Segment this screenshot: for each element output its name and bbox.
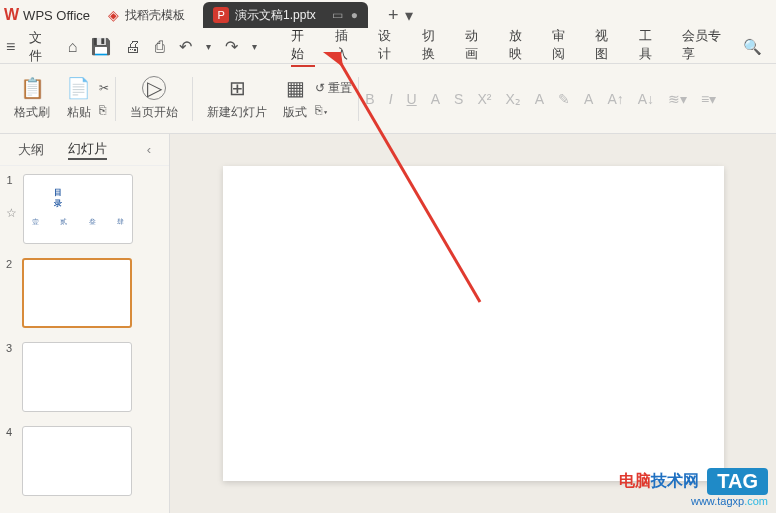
tab-template-label: 找稻壳模板: [125, 7, 185, 24]
toolbar-separator: [115, 77, 116, 121]
toolbar-separator: [192, 77, 193, 121]
paste-icon: 📄: [66, 76, 91, 100]
watermark-text-blue: 技术网: [651, 472, 699, 489]
watermark: 电脑技术网 TAG www.tagxp.com: [619, 468, 768, 507]
watermark-url-ext: .com: [744, 495, 768, 507]
list-button[interactable]: ≡▾: [701, 91, 716, 107]
layout-icon: ▦: [286, 76, 305, 100]
slides-tab[interactable]: 幻灯片: [68, 140, 107, 160]
redo-icon[interactable]: ↷: [225, 37, 238, 56]
paste-label: 粘贴: [67, 104, 91, 121]
thumb-subtitles: 壹 贰 叁 肆: [32, 217, 124, 227]
slide-canvas-area: [170, 134, 776, 513]
increase-font-button[interactable]: A↑: [607, 91, 623, 107]
print-preview-icon[interactable]: ⎙: [155, 38, 165, 56]
ribbon-tab-member[interactable]: 会员专享: [682, 27, 729, 67]
add-tab-button[interactable]: +: [388, 5, 399, 26]
undo-icon[interactable]: ↶: [179, 37, 192, 56]
play-from-current-button[interactable]: ▷ 当页开始: [122, 76, 186, 121]
save-icon[interactable]: 💾: [91, 37, 111, 56]
subscript-button[interactable]: X₂: [505, 91, 520, 107]
thumbnails-list: 1 ☆ 目 录 壹 贰 叁 肆 2 3: [0, 166, 169, 513]
tab-dot-icon[interactable]: ●: [351, 8, 358, 22]
reset-button[interactable]: ↺ 重置: [315, 80, 352, 97]
ribbon-tab-transition[interactable]: 切换: [422, 27, 445, 67]
search-icon[interactable]: 🔍: [743, 38, 762, 56]
ribbon-tab-start[interactable]: 开始: [291, 27, 314, 67]
thumbnail-row[interactable]: 1 ☆ 目 录 壹 贰 叁 肆: [6, 174, 163, 244]
layout-label: 版式: [283, 104, 307, 121]
tab-document-label: 演示文稿1.pptx: [235, 7, 316, 24]
decrease-font-button[interactable]: A↓: [638, 91, 654, 107]
redo-dropdown-icon[interactable]: ▾: [252, 41, 257, 52]
slide-panel: 大纲 幻灯片 ‹ 1 ☆ 目 录 壹 贰 叁 肆: [0, 134, 170, 513]
new-slide-icon: ⊞: [229, 76, 246, 100]
tab-template[interactable]: ◈ 找稻壳模板: [98, 2, 195, 28]
toolbar: 📋 格式刷 📄 粘贴 ✂ ⎘ ▷ 当页开始 ⊞ 新建幻灯片 ▦ 版式 ↺ 重置 …: [0, 64, 776, 134]
outline-tab[interactable]: 大纲: [18, 141, 44, 159]
slide-number: 3: [6, 342, 16, 354]
ribbon-tabs: 开始 插入 设计 切换 动画 放映 审阅 视图 工具 会员专享: [291, 27, 729, 67]
file-menu[interactable]: 文件: [29, 29, 53, 65]
watermark-url-main: tagxp: [717, 495, 744, 507]
copy-button[interactable]: ⎘: [99, 103, 109, 117]
slide-thumbnail-3[interactable]: [22, 342, 132, 412]
layout-button[interactable]: ▦ 版式: [275, 76, 315, 121]
font-tools-group: B I U A S X² X₂ A ✎ A A↑ A↓ ≋▾ ≡▾: [365, 91, 716, 107]
superscript-button[interactable]: X²: [477, 91, 491, 107]
underline-button[interactable]: U: [407, 91, 417, 107]
ribbon-tab-insert[interactable]: 插入: [335, 27, 358, 67]
undo-dropdown-icon[interactable]: ▾: [206, 41, 211, 52]
paste-button[interactable]: 📄 粘贴: [58, 76, 99, 121]
slide-number: 1: [7, 174, 17, 186]
home-icon[interactable]: ⌂: [68, 38, 78, 56]
ribbon-tab-view[interactable]: 视图: [595, 27, 618, 67]
strike-button[interactable]: A: [431, 91, 440, 107]
watermark-url-prefix: www.: [691, 495, 717, 507]
toolbar-separator: [358, 77, 359, 121]
section-button[interactable]: ⎘▾: [315, 103, 352, 117]
ribbon-tab-animation[interactable]: 动画: [465, 27, 488, 67]
collapse-panel-icon[interactable]: ‹: [147, 142, 151, 157]
strike2-button[interactable]: S: [454, 91, 463, 107]
ribbon-tab-tools[interactable]: 工具: [639, 27, 662, 67]
thumbnail-row[interactable]: 2: [6, 258, 163, 328]
highlight-button[interactable]: ✎: [558, 91, 570, 107]
menu-bar: ≡ 文件 ⌂ 💾 🖨 ⎙ ↶ ▾ ↷ ▾ 开始 插入 设计 切换 动画 放映 审…: [0, 30, 776, 64]
font-color-button[interactable]: A: [535, 91, 544, 107]
thumbnail-row[interactable]: 4: [6, 426, 163, 496]
format-brush-label: 格式刷: [14, 104, 50, 121]
window-mode-icon[interactable]: ▭: [332, 8, 343, 22]
new-slide-button[interactable]: ⊞ 新建幻灯片: [199, 76, 275, 121]
clear-format-button[interactable]: A: [584, 91, 593, 107]
italic-button[interactable]: I: [389, 91, 393, 107]
format-brush-button[interactable]: 📋 格式刷: [6, 76, 58, 121]
title-bar: W WPS Office ◈ 找稻壳模板 P 演示文稿1.pptx ▭ ● + …: [0, 0, 776, 30]
content-area: 大纲 幻灯片 ‹ 1 ☆ 目 录 壹 贰 叁 肆: [0, 134, 776, 513]
thumbnail-row[interactable]: 3: [6, 342, 163, 412]
star-icon[interactable]: ☆: [6, 206, 17, 220]
play-from-current-label: 当页开始: [130, 104, 178, 121]
slide-thumbnail-4[interactable]: [22, 426, 132, 496]
presentation-icon: P: [213, 7, 229, 23]
hamburger-icon[interactable]: ≡: [6, 38, 15, 56]
slide-thumbnail-2[interactable]: [22, 258, 132, 328]
text-effects-button[interactable]: ≋▾: [668, 91, 687, 107]
cut-button[interactable]: ✂: [99, 81, 109, 95]
side-panel-tabs: 大纲 幻灯片 ‹: [0, 134, 169, 166]
tab-dropdown-icon[interactable]: ▾: [405, 6, 413, 25]
slide-canvas[interactable]: [223, 166, 724, 481]
ribbon-tab-review[interactable]: 审阅: [552, 27, 575, 67]
watermark-text-red: 电脑: [619, 472, 651, 489]
bold-button[interactable]: B: [365, 91, 374, 107]
slide-thumbnail-1[interactable]: 目 录 壹 贰 叁 肆: [23, 174, 133, 244]
ribbon-tab-slideshow[interactable]: 放映: [509, 27, 532, 67]
tab-document-active[interactable]: P 演示文稿1.pptx ▭ ●: [203, 2, 368, 28]
new-slide-label: 新建幻灯片: [207, 104, 267, 121]
template-icon: ◈: [108, 7, 119, 23]
slide-number: 2: [6, 258, 16, 270]
ribbon-tab-design[interactable]: 设计: [378, 27, 401, 67]
slide-number: 4: [6, 426, 16, 438]
app-name-label: WPS Office: [23, 8, 90, 23]
print-icon[interactable]: 🖨: [125, 38, 141, 56]
